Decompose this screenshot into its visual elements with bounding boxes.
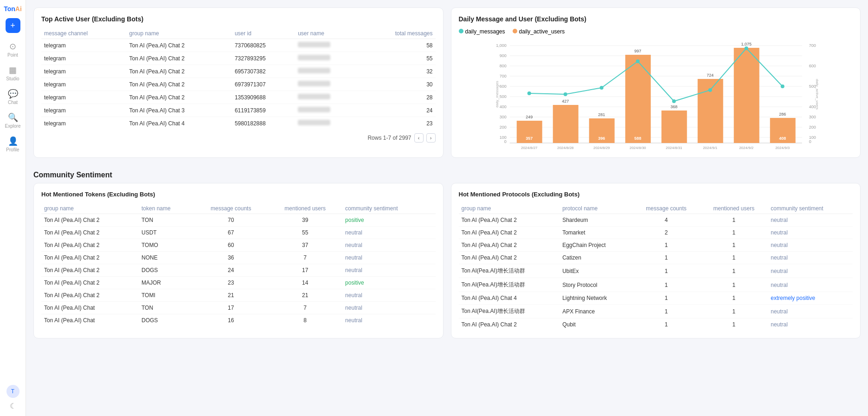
svg-text:daily_active_users: daily_active_users [815, 79, 819, 110]
cell-userid: 7327893295 [232, 52, 295, 65]
list-item: Ton AI (Pea.AI) Chat 2 DOGS 24 17 neutra… [41, 264, 436, 277]
svg-text:281: 281 [598, 112, 605, 117]
cell-token: TON [139, 302, 194, 314]
point-icon: ⊙ [9, 41, 16, 52]
sidebar-label-chat: Chat [8, 100, 18, 105]
pagination-prev[interactable]: ‹ [414, 133, 424, 143]
cell-protocol: Lightning Network [559, 292, 632, 305]
cell-sentiment: neutral [768, 227, 853, 239]
cell-sentiment: neutral [342, 227, 435, 239]
list-item: Ton AI (Pea.AI) Chat 2 NONE 36 7 neutral [41, 252, 436, 264]
sidebar-item-chat[interactable]: 💬 Chat [2, 86, 24, 108]
cell-msg-count: 16 [194, 314, 268, 327]
cell-mentioned: 1 [700, 252, 768, 264]
cell-username [295, 65, 361, 78]
profile-icon: 👤 [8, 136, 18, 146]
table-row: telegram Ton AI (Pea.AI) Chat 3 61191738… [41, 104, 436, 117]
cell-total: 23 [361, 117, 435, 130]
cell-userid: 6119173859 [232, 104, 295, 117]
svg-text:2024/8/27: 2024/8/27 [521, 146, 537, 150]
explore-icon: 🔍 [8, 112, 18, 123]
cell-group: Ton AI (Pea.AI) Chat 2 [127, 52, 232, 65]
table-row: telegram Ton AI (Pea.AI) Chat 2 73706808… [41, 39, 436, 52]
table-row: telegram Ton AI (Pea.AI) Chat 2 69573073… [41, 65, 436, 78]
svg-text:2024/8/30: 2024/8/30 [629, 146, 646, 150]
legend-messages: daily_messages [459, 28, 505, 35]
cell-group: Ton AI (Pea.AI) Chat 2 [459, 214, 560, 227]
sidebar-item-studio[interactable]: ▦ Studio [2, 62, 24, 84]
cell-total: 58 [361, 39, 435, 52]
chat-icon: 💬 [8, 89, 18, 99]
cell-msg-count: 1 [633, 264, 700, 278]
cell-mentioned: 39 [268, 214, 342, 227]
cell-mentioned: 14 [268, 277, 342, 289]
bar-5 [661, 110, 687, 143]
protocols-table: group name protocol name message counts … [459, 203, 853, 331]
sidebar-item-point[interactable]: ⊙ Point [2, 39, 24, 60]
cell-channel: telegram [41, 117, 127, 130]
protocols-col-protocol: protocol name [559, 203, 632, 214]
cell-protocol: Tomarket [559, 227, 632, 239]
svg-text:daily_messages: daily_messages [495, 81, 499, 107]
svg-text:600: 600 [499, 84, 506, 89]
col-user-id: user id [232, 28, 295, 39]
cell-msg-count: 17 [194, 302, 268, 314]
cell-channel: telegram [41, 91, 127, 104]
svg-text:700: 700 [809, 43, 816, 48]
svg-text:600: 600 [809, 64, 816, 68]
cell-username [295, 78, 361, 91]
studio-icon: ▦ [9, 65, 17, 75]
cell-msg-count: 1 [633, 318, 700, 331]
cell-mentioned: 7 [268, 302, 342, 314]
cell-msg-count: 1 [633, 278, 700, 292]
cell-total: 30 [361, 78, 435, 91]
sidebar-item-explore[interactable]: 🔍 Explore [2, 110, 24, 131]
protocols-panel-title: Hot Mentioned Protocols (Excluding Bots) [459, 191, 853, 198]
bar-7 [733, 48, 759, 143]
sidebar-bottom: T ☾ [6, 385, 19, 410]
table-row: telegram Ton AI (Pea.AI) Chat 2 73278932… [41, 52, 436, 65]
line-point-5 [672, 99, 675, 103]
main-content: Top Active User (Excluding Bots) message… [26, 0, 868, 416]
pagination-next[interactable]: › [426, 133, 436, 143]
cell-mentioned: 1 [700, 305, 768, 318]
line-point-2 [563, 92, 567, 96]
cell-group: Ton AI (Pea.AI) Chat 2 [41, 239, 139, 252]
cell-username [295, 52, 361, 65]
cell-username [295, 117, 361, 130]
cell-group: Ton AI (Pea.AI) Chat 2 [41, 214, 139, 227]
list-item: Ton AI (Pea.AI) Chat 4 Lightning Network… [459, 292, 853, 305]
cell-msg-count: 1 [633, 252, 700, 264]
svg-text:1,000: 1,000 [496, 43, 507, 48]
line-point-7 [744, 46, 748, 50]
svg-text:286: 286 [779, 112, 786, 117]
user-avatar[interactable]: T [6, 385, 19, 398]
cell-protocol: EggChain Project [559, 239, 632, 252]
theme-toggle-icon[interactable]: ☾ [10, 402, 16, 410]
cell-token: NONE [139, 252, 194, 264]
sidebar-item-profile[interactable]: 👤 Profile [2, 133, 24, 155]
top-section: Top Active User (Excluding Bots) message… [33, 7, 861, 158]
svg-text:2024/9/2: 2024/9/2 [739, 146, 754, 150]
cell-group: Ton AI (Pea.AI) Chat 4 [459, 292, 560, 305]
cell-group: Ton AI (Pea.AI) Chat 2 [127, 39, 232, 52]
list-item: Ton AI (Pea.AI) Chat 2 TOMI 21 21 neutra… [41, 289, 436, 302]
cell-mentioned: 1 [700, 227, 768, 239]
protocols-col-msg: message counts [633, 203, 700, 214]
list-item: Ton AI (Pea.AI) Chat 2 Tomarket 2 1 neut… [459, 227, 853, 239]
cell-mentioned: 7 [268, 252, 342, 264]
cell-group: Ton AI(Pea.AI)增长活动群 [459, 264, 560, 278]
cell-msg-count: 1 [633, 239, 700, 252]
cell-msg-count: 36 [194, 252, 268, 264]
list-item: Ton AI (Pea.AI) Chat 2 Qubit 1 1 neutral [459, 318, 853, 331]
daily-chart-title: Daily Message and User (Excluding Bots) [459, 15, 853, 23]
cell-channel: telegram [41, 39, 127, 52]
add-button[interactable]: + [6, 18, 20, 33]
line-point-4 [636, 59, 639, 63]
cell-protocol: Shardeum [559, 214, 632, 227]
cell-channel: telegram [41, 78, 127, 91]
cell-userid: 6973971307 [232, 78, 295, 91]
list-item: Ton AI (Pea.AI) Chat 2 TOMO 60 37 neutra… [41, 239, 436, 252]
protocols-col-sentiment: community sentiment [768, 203, 853, 214]
tokens-col-group: group name [41, 203, 139, 214]
